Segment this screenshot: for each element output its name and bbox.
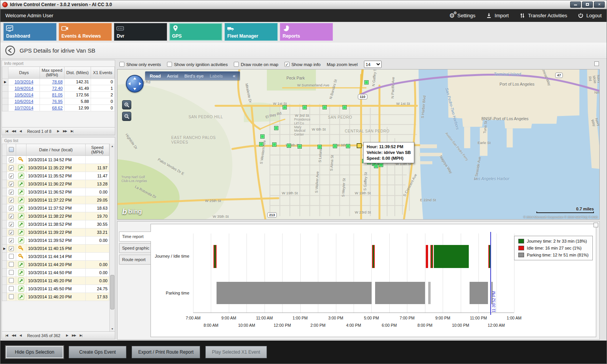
row-checkbox[interactable]: ✓ bbox=[9, 214, 14, 219]
checkbox-cell[interactable]: ✓ bbox=[7, 156, 16, 164]
first-record-button[interactable]: |◀ bbox=[4, 334, 9, 337]
gps-point-marker[interactable] bbox=[260, 134, 265, 139]
export-print-route-report-button[interactable]: Export / Print Route Report bbox=[132, 346, 200, 358]
checkbox-cell[interactable]: ✓ bbox=[7, 228, 16, 237]
gps-point-marker[interactable] bbox=[364, 80, 369, 84]
checkbox-cell[interactable]: ✓ bbox=[7, 220, 16, 228]
gps-point-marker[interactable] bbox=[346, 144, 350, 148]
gps-point-marker[interactable] bbox=[318, 145, 322, 149]
row-checkbox[interactable] bbox=[9, 262, 14, 267]
next-page-button[interactable]: ▶▶ bbox=[71, 334, 77, 337]
day-link[interactable]: 10/7/2014 bbox=[8, 105, 40, 111]
checkbox-box[interactable] bbox=[167, 62, 172, 67]
prev-record-button[interactable]: ◀ bbox=[18, 129, 23, 133]
gps-list-row[interactable]: ✓10/3/2014 11:37:22 PM29.05 bbox=[2, 196, 109, 204]
row-checkbox[interactable] bbox=[9, 286, 14, 291]
gps-list-row[interactable]: 10/3/2014 11:44:20 PM0.00 bbox=[2, 261, 109, 269]
gps-list-row[interactable]: 10/3/2014 11:46:20 PM17.93 bbox=[2, 293, 109, 301]
tab-time-report[interactable]: Time report bbox=[119, 232, 151, 242]
select-all-checkbox[interactable] bbox=[9, 147, 14, 152]
last-record-button[interactable]: ▶| bbox=[69, 129, 74, 133]
checkbox-cell[interactable] bbox=[7, 285, 16, 293]
gps-list-row[interactable]: 10/3/2014 11:44:50 PM0.00 bbox=[2, 269, 109, 277]
max-speed-link[interactable]: 68.62 bbox=[40, 105, 64, 111]
gps-point-marker[interactable] bbox=[287, 144, 291, 148]
gps-point-marker[interactable] bbox=[272, 142, 276, 147]
gps-list-row[interactable]: ✓10/3/2014 11:35:22 PM11.97 bbox=[2, 164, 109, 172]
checkbox-cell[interactable]: ✓ bbox=[7, 196, 16, 204]
row-checkbox[interactable]: ✓ bbox=[9, 182, 14, 187]
prev-page-button[interactable]: ◀◀ bbox=[10, 129, 17, 133]
checkbox-cell[interactable] bbox=[7, 277, 16, 285]
prev-page-button[interactable]: ◀◀ bbox=[10, 334, 17, 337]
gps-list-row[interactable]: ✓10/3/2014 11:34:52 PM bbox=[2, 156, 109, 164]
row-checkbox[interactable]: ✓ bbox=[9, 230, 14, 235]
row-checkbox[interactable] bbox=[9, 294, 14, 299]
collapse-chevron-icon[interactable]: « bbox=[233, 73, 235, 79]
next-page-button[interactable]: ▶▶ bbox=[62, 129, 68, 133]
info-report-row[interactable]: ▶10/3/201478.68142.310 bbox=[2, 79, 115, 85]
map-type-bird-s-eye[interactable]: Bird's eye bbox=[184, 74, 203, 78]
checkbox-cell[interactable]: ✓ bbox=[7, 172, 16, 180]
logout-button[interactable]: Logout bbox=[578, 13, 602, 18]
titlebar[interactable]: Idrive Control Center - 3.0.2 version - … bbox=[0, 0, 607, 9]
column-header-date-hour-local[interactable]: Date / hour (local) bbox=[26, 144, 86, 156]
back-button[interactable] bbox=[5, 45, 15, 56]
create-gps-event-button[interactable]: Create Gps Event bbox=[69, 346, 126, 358]
info-report-row[interactable]: 10/4/201472.4041.491 bbox=[2, 85, 115, 92]
gps-list-row[interactable]: ✓10/3/2014 11:39:52 PM0.00 bbox=[2, 237, 109, 245]
row-checkbox[interactable]: ✓ bbox=[9, 246, 14, 251]
prev-record-button[interactable]: ◀ bbox=[18, 334, 23, 337]
map-type-labels[interactable]: Labels bbox=[210, 74, 223, 78]
scroll-down-icon[interactable]: ▼ bbox=[110, 326, 115, 331]
gps-point-marker[interactable] bbox=[323, 105, 327, 109]
row-checkbox[interactable]: ✓ bbox=[9, 198, 14, 203]
chart-panel-maximize-button[interactable] bbox=[594, 223, 598, 227]
tab-fleet-manager[interactable]: Fleet Manager bbox=[225, 23, 278, 41]
first-record-button[interactable]: |◀ bbox=[4, 129, 9, 133]
checkbox-box[interactable] bbox=[234, 62, 239, 67]
maximize-button[interactable] bbox=[582, 2, 593, 8]
checkbox-show-only-events[interactable]: Show only events bbox=[119, 62, 161, 67]
gps-point-marker[interactable] bbox=[303, 105, 307, 109]
time-cursor[interactable] bbox=[490, 232, 491, 315]
row-checkbox[interactable]: ✓ bbox=[9, 206, 14, 211]
column-header-speed-mph[interactable]: Speed (MPH) bbox=[86, 144, 109, 156]
checkbox-cell[interactable]: ✓ bbox=[7, 212, 16, 220]
gps-list-row[interactable]: ✓10/3/2014 11:38:22 PM19.70 bbox=[2, 212, 109, 220]
gps-list-row[interactable]: ✓10/3/2014 11:38:52 PM30.55 bbox=[2, 220, 109, 228]
day-link[interactable]: 10/3/2014 bbox=[8, 79, 40, 85]
gps-list-row[interactable]: ✓10/3/2014 11:36:52 PM0.00 bbox=[2, 188, 109, 196]
tab-speed-graphic[interactable]: Speed graphic bbox=[119, 243, 151, 253]
tab-events-reviews[interactable]: Events & Reviews bbox=[59, 23, 112, 41]
gps-list-scrollbar[interactable]: ▲ ▼ bbox=[109, 144, 115, 331]
tab-route-report[interactable]: Route report bbox=[119, 255, 151, 265]
map-type-road[interactable]: Road bbox=[150, 74, 161, 78]
max-speed-link[interactable]: 76.95 bbox=[40, 98, 64, 105]
day-link[interactable]: 10/5/2014 bbox=[8, 92, 40, 98]
last-record-button[interactable]: ▶| bbox=[79, 334, 83, 337]
column-header-days[interactable]: Days bbox=[8, 67, 40, 79]
checkbox-cell[interactable] bbox=[7, 269, 16, 277]
settings-button[interactable]: ⚙⚙ Settings bbox=[449, 13, 475, 19]
next-record-button[interactable]: ▶ bbox=[65, 334, 69, 337]
max-speed-link[interactable]: 81.05 bbox=[40, 92, 64, 98]
row-checkbox[interactable] bbox=[9, 254, 14, 259]
select-all-header[interactable] bbox=[7, 144, 16, 156]
minimize-button[interactable] bbox=[570, 2, 581, 8]
checkbox-box[interactable] bbox=[119, 62, 124, 67]
day-link[interactable]: 10/4/2014 bbox=[8, 85, 40, 92]
gps-point-marker[interactable] bbox=[259, 142, 263, 146]
checkbox-draw-route-on-map[interactable]: Draw route on map bbox=[234, 62, 278, 67]
checkbox-cell[interactable]: ✓ bbox=[7, 188, 16, 196]
row-checkbox[interactable] bbox=[9, 270, 14, 275]
checkbox-box[interactable]: ✓ bbox=[284, 62, 289, 67]
max-speed-link[interactable]: 78.68 bbox=[40, 79, 64, 85]
tab-dvr[interactable]: Dvr bbox=[114, 23, 167, 41]
checkbox-cell[interactable]: ✓ bbox=[7, 180, 16, 188]
import-button[interactable]: Import bbox=[486, 13, 509, 18]
gps-point-marker[interactable] bbox=[283, 105, 287, 109]
day-link[interactable]: 10/6/2014 bbox=[8, 98, 40, 105]
max-speed-link[interactable]: 72.40 bbox=[40, 85, 64, 92]
selected-gps-point-marker[interactable] bbox=[357, 143, 362, 148]
